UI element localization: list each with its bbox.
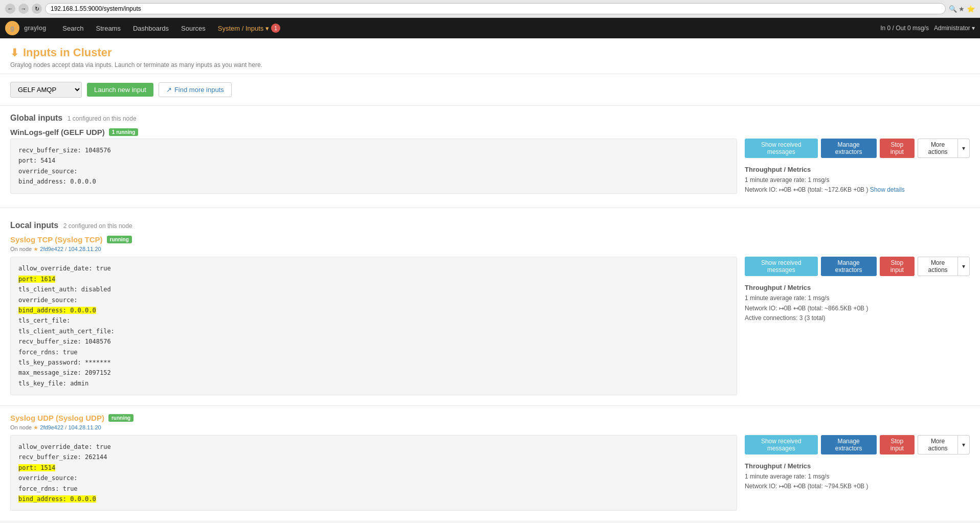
manage-extractors-button-local-1[interactable]: Manage extractors [821, 435, 877, 454]
show-details-link-0[interactable]: Show details [870, 186, 905, 193]
global-section-subtitle: 1 configured on this node [68, 115, 137, 122]
more-actions-button-local-0[interactable]: More actions [918, 257, 957, 276]
local-input-node-0: On node ★ 2fd9e422 / 104.28.11.20 [10, 246, 970, 253]
page-content: ⬇ Inputs in Cluster Graylog nodes accept… [0, 38, 980, 520]
logo: g [5, 21, 19, 35]
more-actions-caret-global-0[interactable]: ▾ [957, 139, 970, 158]
nav-dashboards[interactable]: Dashboards [127, 18, 175, 38]
address-bar[interactable] [45, 3, 946, 14]
config-line: tls_key_password: ******* [18, 357, 729, 368]
local-input-row-1: allow_override_date: true recv_buffer_si… [10, 435, 970, 511]
global-input-config-0: recv_buffer_size: 1048576 port: 5414 ove… [10, 139, 737, 194]
config-line: port: 1514 [18, 463, 729, 473]
node-ip-1[interactable]: 104.28.11.20 [68, 424, 101, 430]
config-line: tls_client_auth: disabled [18, 284, 729, 294]
star-icon-0: ★ [33, 246, 38, 252]
config-line: allow_override_date: true [18, 263, 729, 274]
external-link-icon: ↗ [166, 86, 172, 94]
local-input-badge-1: running [108, 414, 133, 422]
more-actions-group-local-1: More actions ▾ [918, 435, 970, 454]
config-line: bind_address: 0.0.0.0 [18, 494, 729, 504]
nav-streams[interactable]: Streams [90, 18, 127, 38]
local-input-item-0: Syslog TCP (Syslog TCP) running On node … [0, 233, 980, 403]
global-inputs-section: Global inputs 1 configured on this node [0, 106, 980, 125]
admin-dropdown[interactable]: Administrator ▾ [934, 25, 975, 32]
local-action-buttons-1: Show received messages Manage extractors… [745, 435, 970, 454]
local-input-node-1: On node ★ 2fd9e422 / 104.28.11.20 [10, 424, 970, 431]
config-line: override_source: [18, 166, 729, 176]
config-line: force_rdns: true [18, 484, 729, 494]
more-actions-button-local-1[interactable]: More actions [918, 435, 957, 454]
in-out-stats: In 0 / Out 0 msg/s [880, 25, 929, 32]
local-input-item-1: Syslog UDP (Syslog UDP) running On node … [0, 411, 980, 518]
more-actions-group-global-0: More actions ▾ [918, 139, 970, 158]
global-input-actions-0: Show received messages Manage extractors… [745, 139, 970, 197]
global-input-item-0: WinLogs-gelf (GELF UDP) 1 running recv_b… [0, 125, 980, 205]
config-line: max_message_size: 2097152 [18, 368, 729, 378]
show-messages-button-local-0[interactable]: Show received messages [745, 257, 818, 276]
more-actions-group-local-0: More actions ▾ [918, 257, 970, 276]
local-metrics-avg-1: 1 minute average rate: 1 msg/s [745, 472, 970, 482]
toolbar: GELF AMQP Launch new input ↗ Find more i… [0, 74, 980, 106]
config-line: port: 5414 [18, 155, 729, 166]
global-input-name-0: WinLogs-gelf (GELF UDP) 1 running [10, 128, 970, 137]
local-inputs-section: Local inputs 2 configured on this node [0, 213, 980, 233]
local-input-name-text-0: Syslog TCP (Syslog TCP) [10, 235, 103, 244]
local-metrics-connections-0: Active connections: 3 (3 total) [745, 313, 970, 323]
nav-system-inputs[interactable]: System / Inputs ▾ 1 [212, 18, 286, 38]
system-badge: 1 [271, 24, 280, 33]
page-title-container: ⬇ Inputs in Cluster [10, 46, 970, 59]
more-actions-button-global-0[interactable]: More actions [918, 139, 957, 158]
find-inputs-button[interactable]: ↗ Find more inputs [159, 82, 232, 97]
show-messages-button-local-1[interactable]: Show received messages [745, 435, 818, 454]
local-metrics-network-0: Network IO: ↦0B ↤0B (total: ~866.5KB +0B… [745, 304, 970, 313]
local-input-actions-1: Show received messages Manage extractors… [745, 435, 970, 494]
input-type-select[interactable]: GELF AMQP [10, 82, 82, 98]
local-section-title: Local inputs [10, 221, 58, 230]
config-line: bind_address: 0.0.0.0 [18, 305, 729, 315]
config-line: tls_key_file: admin [18, 378, 729, 389]
local-metrics-title-1: Throughput / Metrics [745, 462, 970, 470]
nav-search[interactable]: Search [56, 18, 90, 38]
node-link-1[interactable]: 2fd9e422 [40, 424, 63, 430]
nav-sources[interactable]: Sources [175, 18, 212, 38]
show-messages-button-global-0[interactable]: Show received messages [745, 139, 818, 158]
config-line: recv_buffer_size: 1048576 [18, 145, 729, 155]
more-actions-caret-local-0[interactable]: ▾ [957, 257, 970, 276]
local-input-config-1: allow_override_date: true recv_buffer_si… [10, 435, 737, 511]
global-action-buttons-0: Show received messages Manage extractors… [745, 139, 970, 158]
back-button[interactable]: ← [5, 4, 15, 14]
more-actions-caret-local-1[interactable]: ▾ [957, 435, 970, 454]
launch-input-button[interactable]: Launch new input [87, 83, 153, 97]
inputs-icon: ⬇ [10, 47, 19, 59]
global-metrics-title-0: Throughput / Metrics [745, 166, 970, 173]
stop-input-button-local-0[interactable]: Stop input [880, 257, 915, 276]
global-section-title: Global inputs [10, 113, 62, 122]
manage-extractors-button-global-0[interactable]: Manage extractors [821, 139, 877, 158]
local-metrics-avg-0: 1 minute average rate: 1 msg/s [745, 293, 970, 303]
local-input-name-0: Syslog TCP (Syslog TCP) running [10, 235, 970, 244]
local-input-actions-0: Show received messages Manage extractors… [745, 257, 970, 326]
refresh-button[interactable]: ↻ [32, 4, 42, 14]
star-icon-1: ★ [33, 424, 38, 430]
node-link-0[interactable]: 2fd9e422 [40, 246, 63, 252]
stop-input-button-global-0[interactable]: Stop input [880, 139, 915, 158]
manage-extractors-button-local-0[interactable]: Manage extractors [821, 257, 877, 276]
local-input-config-0: allow_override_date: true port: 1614 tls… [10, 257, 737, 395]
forward-button[interactable]: → [18, 4, 29, 14]
config-line: port: 1614 [18, 274, 729, 284]
config-line: tls_cert_file: [18, 315, 729, 326]
brand-name: graylog [24, 25, 46, 32]
config-line: allow_override_date: true [18, 442, 729, 452]
browser-bar: ← → ↻ 🔍 ★ ⭐ [0, 0, 980, 18]
config-line: bind_address: 0.0.0.0 [18, 176, 729, 187]
node-ip-0[interactable]: 104.28.11.20 [68, 246, 101, 252]
config-line: override_source: [18, 295, 729, 305]
stop-input-button-local-1[interactable]: Stop input [880, 435, 915, 454]
global-metrics-network-0: Network IO: ↦0B ↤0B (total: ~172.6KB +0B… [745, 185, 970, 195]
brand[interactable]: g graylog [5, 21, 46, 35]
navbar: g graylog Search Streams Dashboards Sour… [0, 18, 980, 38]
config-line: tls_client_auth_cert_file: [18, 326, 729, 336]
config-line: recv_buffer_size: 1048576 [18, 336, 729, 347]
global-metrics-avg-0: 1 minute average rate: 1 msg/s [745, 175, 970, 185]
